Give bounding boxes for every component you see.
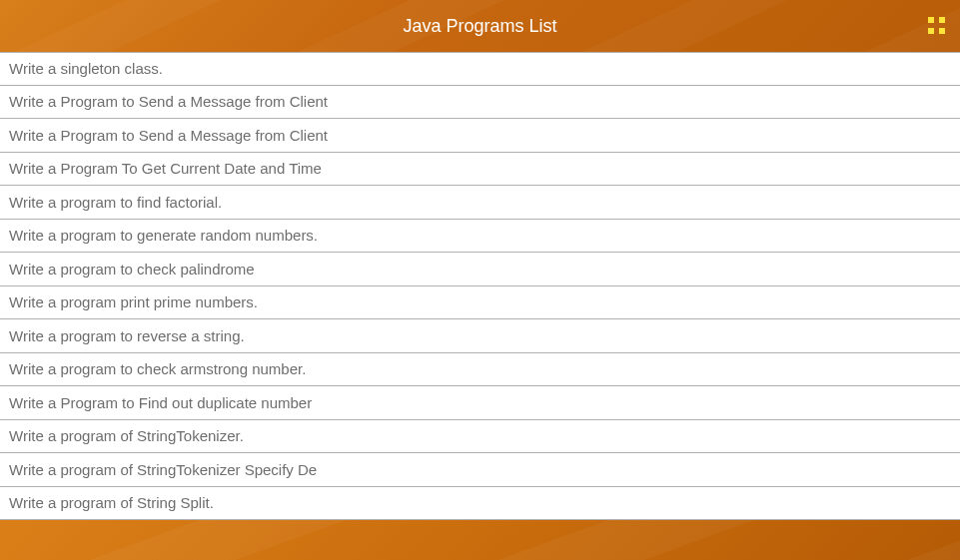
list-item[interactable]: Write a Program To Get Current Date and … xyxy=(0,153,960,187)
list-item-label: Write a program of String Split. xyxy=(9,494,214,511)
list-item-label: Write a Program to Find out duplicate nu… xyxy=(9,394,312,411)
list-item[interactable]: Write a program to generate random numbe… xyxy=(0,220,960,254)
list-item[interactable]: Write a program to check palindrome xyxy=(0,253,960,286)
programs-list: Write a singleton class. Write a Program… xyxy=(0,52,960,520)
list-item[interactable]: Write a program of StringTokenizer Speci… xyxy=(0,453,960,487)
list-item-label: Write a program to reverse a string. xyxy=(9,327,245,344)
list-item[interactable]: Write a program to find factorial. xyxy=(0,186,960,220)
list-item[interactable]: Write a program to reverse a string. xyxy=(0,319,960,353)
list-item[interactable]: Write a singleton class. xyxy=(0,52,960,86)
list-item-label: Write a singleton class. xyxy=(9,60,163,77)
list-item-label: Write a program to generate random numbe… xyxy=(9,227,318,244)
list-item-label: Write a program to check armstrong numbe… xyxy=(9,360,306,377)
list-item-label: Write a Program to Send a Message from C… xyxy=(9,93,328,110)
list-item[interactable]: Write a Program to Send a Message from C… xyxy=(0,86,960,120)
page-title: Java Programs List xyxy=(403,16,556,37)
app-footer xyxy=(0,520,960,560)
list-item[interactable]: Write a program to check armstrong numbe… xyxy=(0,353,960,387)
list-item[interactable]: Write a program of StringTokenizer. xyxy=(0,420,960,454)
app-header: Java Programs List xyxy=(0,0,960,52)
list-item[interactable]: Write a Program to Find out duplicate nu… xyxy=(0,386,960,420)
list-item-label: Write a program to check palindrome xyxy=(9,261,255,278)
list-item-label: Write a program to find factorial. xyxy=(9,194,222,211)
list-item-label: Write a Program To Get Current Date and … xyxy=(9,160,322,177)
list-item-label: Write a program of StringTokenizer Speci… xyxy=(9,461,317,478)
list-item[interactable]: Write a program print prime numbers. xyxy=(0,286,960,320)
grid-menu-icon[interactable] xyxy=(928,17,946,35)
list-item-label: Write a Program to Send a Message from C… xyxy=(9,127,328,144)
list-item-label: Write a program of StringTokenizer. xyxy=(9,427,244,444)
list-item[interactable]: Write a Program to Send a Message from C… xyxy=(0,119,960,153)
list-item[interactable]: Write a program of String Split. xyxy=(0,487,960,521)
list-item-label: Write a program print prime numbers. xyxy=(9,293,258,310)
